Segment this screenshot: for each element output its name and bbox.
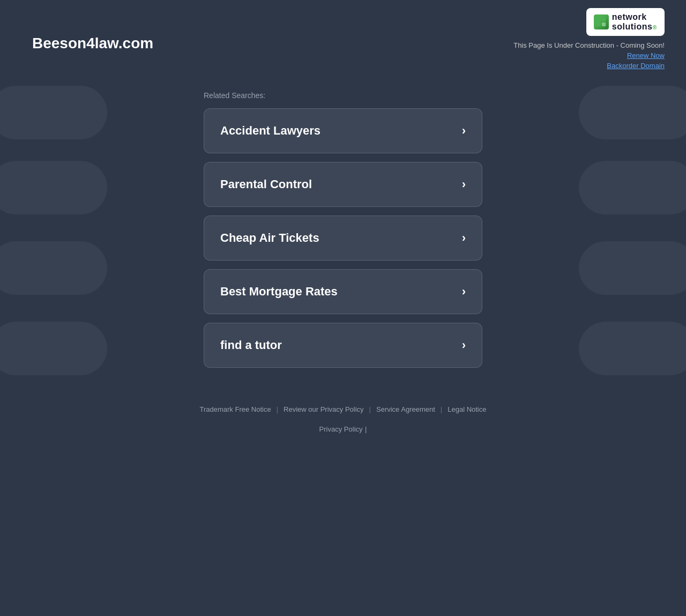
footer-bottom-sep: | <box>365 425 367 433</box>
search-card-label-1: Accident Lawyers <box>220 124 320 138</box>
main-content: Related Searches: Accident Lawyers › Par… <box>0 75 686 384</box>
footer-link-trademark[interactable]: Trademark Free Notice <box>194 405 276 413</box>
network-solutions-logo: networksolutions® <box>586 8 665 36</box>
top-right-section: networksolutions® This Page Is Under Con… <box>513 8 665 70</box>
svg-rect-3 <box>602 23 606 26</box>
top-bar: Beeson4law.com networksolutions® This Pa… <box>0 0 686 75</box>
backorder-domain-link[interactable]: Backorder Domain <box>607 62 665 70</box>
search-card-label-4: Best Mortgage Rates <box>220 285 338 299</box>
svg-rect-0 <box>597 18 601 21</box>
search-card-label-5: find a tutor <box>220 338 282 352</box>
search-card-3[interactable]: Cheap Air Tickets › <box>204 216 482 261</box>
chevron-right-icon-4: › <box>462 285 466 299</box>
renew-now-link[interactable]: Renew Now <box>627 51 665 60</box>
footer-link-service-agreement[interactable]: Service Agreement <box>371 405 441 413</box>
chevron-right-icon-3: › <box>462 231 466 245</box>
chevron-right-icon-5: › <box>462 338 466 352</box>
search-card-label-2: Parental Control <box>220 177 312 191</box>
search-card-5[interactable]: find a tutor › <box>204 323 482 368</box>
ns-logo-text: networksolutions® <box>612 12 657 32</box>
footer-privacy-link[interactable]: Privacy Policy <box>319 425 363 433</box>
search-card-label-3: Cheap Air Tickets <box>220 231 319 245</box>
footer: Trademark Free Notice | Review our Priva… <box>0 384 686 444</box>
search-card-2[interactable]: Parental Control › <box>204 162 482 207</box>
search-cards-list: Accident Lawyers › Parental Control › Ch… <box>204 108 482 368</box>
ns-logo-icon <box>594 14 609 29</box>
footer-links: Trademark Free Notice | Review our Priva… <box>11 405 675 413</box>
footer-link-privacy-policy[interactable]: Review our Privacy Policy <box>278 405 369 413</box>
svg-rect-1 <box>602 18 606 21</box>
status-text: This Page Is Under Construction - Coming… <box>513 41 665 49</box>
search-card-1[interactable]: Accident Lawyers › <box>204 108 482 153</box>
search-card-4[interactable]: Best Mortgage Rates › <box>204 269 482 314</box>
svg-rect-2 <box>597 23 601 26</box>
chevron-right-icon-2: › <box>462 177 466 191</box>
footer-link-legal-notice[interactable]: Legal Notice <box>442 405 491 413</box>
chevron-right-icon-1: › <box>462 124 466 138</box>
footer-bottom: Privacy Policy | <box>11 424 675 434</box>
content-wrapper: Related Searches: Accident Lawyers › Par… <box>32 91 654 368</box>
site-title: Beeson4law.com <box>32 35 153 52</box>
related-searches-label: Related Searches: <box>204 91 482 100</box>
